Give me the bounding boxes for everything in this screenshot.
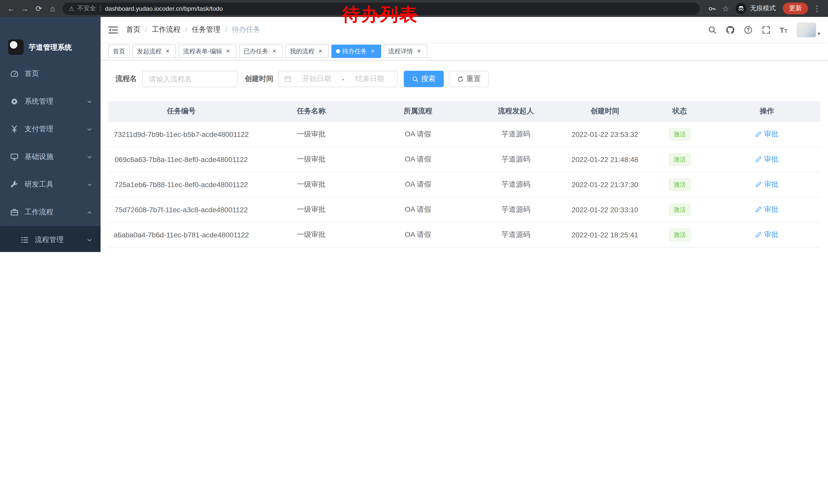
reset-button[interactable]: 重置 <box>449 71 489 87</box>
fullscreen-icon[interactable] <box>761 26 770 34</box>
sidebar-item-payment-management[interactable]: 支付管理 <box>0 116 100 143</box>
status-badge: 激活 <box>669 203 691 216</box>
range-separator: - <box>342 75 344 83</box>
cell-initiator: 芋道源码 <box>468 147 564 172</box>
sidebar-item-label: 工作流程 <box>25 208 87 217</box>
cell-task-name: 一级审批 <box>254 122 368 147</box>
page-root: ← → ⟳ ⌂ ⚠ 不安全 dashboard.yudao.iocoder.cn… <box>0 0 828 252</box>
approve-link-label: 审批 <box>764 230 779 239</box>
cell-task-name: 一级审批 <box>254 222 368 247</box>
approve-link-label: 审批 <box>764 205 779 214</box>
sidebar-item-process-management[interactable]: 流程管理 <box>0 226 100 252</box>
filter-bar: 流程名 创建时间 开始日期 - 结束日期 搜索 重 <box>115 71 820 87</box>
divider <box>100 5 100 12</box>
incognito-icon <box>736 3 746 14</box>
tab-my-process[interactable]: 我的流程 × <box>285 45 329 58</box>
app-title: 芋道管理系统 <box>29 40 72 55</box>
sidebar-item-home[interactable]: 首页 <box>0 60 100 88</box>
cell-process: OA 请假 <box>368 197 468 222</box>
sidebar-item-label: 流程管理 <box>35 235 87 244</box>
home-icon[interactable]: ⌂ <box>46 0 59 17</box>
sidebar-item-workflow[interactable]: 工作流程 <box>0 198 100 226</box>
column-header-process: 所属流程 <box>368 101 468 122</box>
process-name-label: 流程名 <box>115 74 137 84</box>
chevron-down-icon <box>87 154 92 160</box>
date-range-picker[interactable]: 开始日期 - 结束日期 <box>279 71 398 87</box>
status-badge: 激活 <box>669 178 691 191</box>
breadcrumb-task-management[interactable]: 任务管理 <box>192 25 220 34</box>
font-size-icon[interactable]: TT <box>780 26 787 34</box>
breadcrumb-home[interactable]: 首页 <box>126 25 140 34</box>
key-icon[interactable] <box>705 4 719 12</box>
cell-operation: 审批 <box>714 172 820 197</box>
user-menu[interactable]: ▾ <box>797 22 820 37</box>
table-row: 8f0d1619-7ac8-11ec-a9e2-a2380e71991a 1.2… <box>108 247 820 252</box>
sidebar-collapse-icon[interactable] <box>108 26 118 34</box>
github-icon[interactable] <box>726 26 734 34</box>
security-label[interactable]: 不安全 <box>78 4 96 13</box>
sidebar-item-label: 基础设施 <box>25 152 87 162</box>
pencil-icon <box>755 131 762 138</box>
tab-todo-tasks[interactable]: 待办任务 × <box>331 45 381 58</box>
close-icon[interactable]: × <box>224 47 232 55</box>
cell-process: OA 请假 <box>368 172 468 197</box>
column-header-status: 状态 <box>646 101 714 122</box>
tab-label: 流程详情 <box>388 47 413 56</box>
update-button[interactable]: 更新 <box>783 3 808 14</box>
close-icon[interactable]: × <box>271 47 278 55</box>
search-button[interactable]: 搜索 <box>404 71 444 87</box>
table-header-row: 任务编号 任务名称 所属流程 流程发起人 创建时间 状态 操作 <box>108 101 820 122</box>
breadcrumb-separator: / <box>145 26 147 34</box>
sidebar-item-infrastructure[interactable]: 基础设施 <box>0 143 100 171</box>
help-icon[interactable] <box>744 26 752 34</box>
process-name-input[interactable] <box>142 71 238 87</box>
cell-status: 激活 <box>646 197 714 222</box>
warning-icon: ⚠ <box>69 5 74 12</box>
tab-label: 首页 <box>113 47 125 56</box>
status-badge: 激活 <box>669 229 691 241</box>
sidebar-item-system-management[interactable]: 系统管理 <box>0 88 100 116</box>
incognito-label: 无痕模式 <box>750 4 776 13</box>
search-icon[interactable] <box>708 26 716 34</box>
cell-initiator: 芋道源码 <box>468 172 564 197</box>
cell-task-id: 8f0d1619-7ac8-11ec-a9e2-a2380e71991a <box>108 247 254 252</box>
cell-create-time: 2022-01-21 22:43:55 <box>564 247 646 252</box>
page-container: 流程名 创建时间 开始日期 - 结束日期 搜索 重 <box>100 60 828 252</box>
approve-link-label: 审批 <box>764 130 779 139</box>
avatar[interactable] <box>797 22 816 37</box>
reload-icon[interactable]: ⟳ <box>32 0 46 17</box>
star-icon[interactable]: ☆ <box>719 0 733 17</box>
back-icon[interactable]: ← <box>4 0 18 17</box>
close-icon[interactable]: × <box>164 47 171 55</box>
approve-link[interactable]: 审批 <box>755 155 779 164</box>
sidebar-item-label: 首页 <box>25 69 92 79</box>
tab-home[interactable]: 首页 <box>108 45 130 58</box>
close-icon[interactable]: × <box>317 47 324 55</box>
cell-operation: 审批 <box>714 147 820 172</box>
tab-process-form-edit[interactable]: 流程表单-编辑 × <box>178 45 237 58</box>
pencil-icon <box>755 156 762 163</box>
pencil-icon <box>755 231 762 238</box>
approve-link[interactable]: 审批 <box>755 180 779 189</box>
tab-start-process[interactable]: 发起流程 × <box>132 45 176 58</box>
approve-link[interactable]: 审批 <box>755 230 779 239</box>
tab-process-detail[interactable]: 流程详情 × <box>384 45 427 58</box>
cell-task-name: 一级审批 <box>254 197 368 222</box>
approve-link[interactable]: 审批 <box>755 205 779 214</box>
close-icon[interactable]: × <box>415 47 423 55</box>
sidebar-item-dev-tools[interactable]: 研发工具 <box>0 171 100 198</box>
menu-dots-icon[interactable]: ⋮ <box>810 0 824 17</box>
forward-icon[interactable]: → <box>18 0 32 17</box>
approve-link[interactable]: 审批 <box>755 130 779 139</box>
app-logo: 芋道管理系统 <box>0 17 100 60</box>
close-icon[interactable]: × <box>369 47 377 55</box>
breadcrumb: 首页 / 工作流程 / 任务管理 / 待办任务 <box>126 25 260 34</box>
status-badge: 激活 <box>669 153 691 166</box>
pencil-icon <box>755 207 762 213</box>
cell-task-id: 069c6a63-7b8a-11ec-8ef0-acde48001122 <box>108 147 254 172</box>
cell-operation: 审批 <box>714 247 820 252</box>
cell-operation: 审批 <box>714 222 820 247</box>
cell-process: OA 请假 <box>368 222 468 247</box>
breadcrumb-workflow[interactable]: 工作流程 <box>152 25 180 34</box>
tab-done-tasks[interactable]: 已办任务 × <box>239 45 283 58</box>
